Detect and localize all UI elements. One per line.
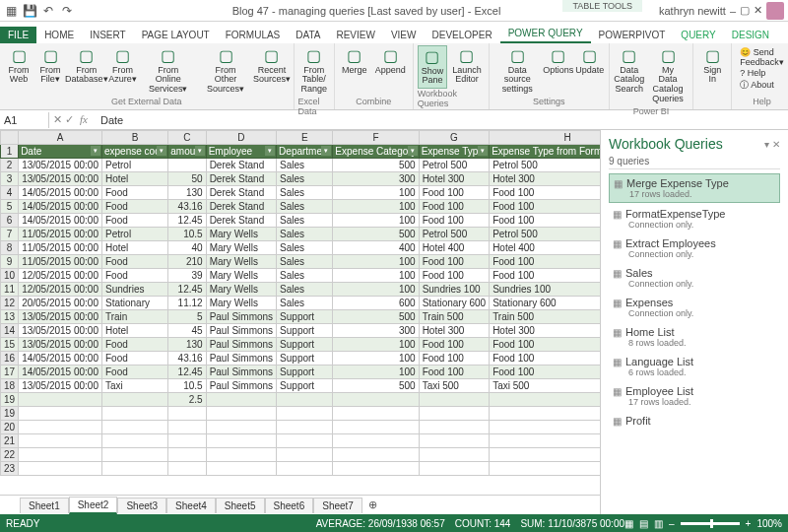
tab-insert[interactable]: INSERT [82,27,134,43]
cell[interactable] [419,393,490,407]
cell[interactable]: 500 [333,379,419,393]
row-header[interactable]: 13 [1,310,19,324]
table-header[interactable]: Employee▾ [206,145,276,159]
cell[interactable]: Support [277,352,333,366]
cell[interactable]: 12/05/2015 00:00 [19,269,102,283]
cell[interactable]: Food 100 [419,186,490,200]
row-header[interactable]: 14 [1,324,19,338]
cell[interactable]: Hotel [101,172,167,186]
cell[interactable]: Paul Simmons [206,379,276,393]
cell[interactable] [168,448,206,462]
cell[interactable] [490,448,600,462]
cell[interactable] [168,407,206,421]
ribbon-button[interactable]: ▢FromOther Sources▾ [199,45,253,97]
ribbon-button[interactable]: ▢RecentSources▾ [254,45,289,97]
cell[interactable]: Food [101,338,167,352]
cell[interactable]: 50 [168,172,206,186]
cell[interactable]: 13/05/2015 00:00 [19,379,102,393]
cell[interactable] [168,421,206,434]
cell[interactable]: 13/05/2015 00:00 [19,159,102,172]
cell[interactable]: Food 100 [490,352,600,366]
cell[interactable]: Taxi 500 [490,379,600,393]
row-header[interactable]: 22 [1,448,19,462]
cell[interactable] [490,434,600,448]
cell[interactable]: 11/05/2015 00:00 [19,255,102,269]
cell[interactable]: Petrol 500 [490,228,600,241]
cell[interactable]: 13/05/2015 00:00 [19,172,102,186]
cell[interactable]: 13/05/2015 00:00 [19,338,102,352]
cell[interactable]: Derek Stand [206,214,276,228]
cell[interactable] [490,462,600,476]
max-icon[interactable]: ▢ [740,4,750,17]
cell[interactable]: 300 [333,324,419,338]
cell[interactable] [490,407,600,421]
cell[interactable] [19,421,102,434]
cell[interactable]: 100 [333,269,419,283]
row-header[interactable]: 18 [1,379,19,393]
cell[interactable]: 100 [333,283,419,297]
col-header[interactable]: F [333,131,419,145]
spreadsheet-grid[interactable]: ABCDEFGH1Date▾expense code▾amount▾Employ… [0,130,600,495]
cell[interactable]: Paul Simmons [206,338,276,352]
cell[interactable]: Sales [277,214,333,228]
sheet-tab[interactable]: Sheet4 [166,498,216,513]
row-header[interactable]: 21 [1,434,19,448]
ribbon-button[interactable]: ▢MyData Catalog Queries [647,45,689,106]
cell[interactable] [206,407,276,421]
cell[interactable] [206,448,276,462]
cell[interactable]: 2.5 [168,393,206,407]
cell[interactable]: 5 [168,310,206,324]
query-item[interactable]: ▦Employee List17 rows loaded. [609,382,780,410]
cell[interactable] [206,421,276,434]
cell[interactable]: Hotel 300 [419,172,490,186]
tab-formulas[interactable]: FORMULAS [218,27,289,43]
row-header[interactable]: 23 [1,462,19,476]
zoom-level[interactable]: 100% [756,518,782,529]
filter-icon[interactable]: ▾ [91,146,100,156]
cell[interactable] [19,434,102,448]
row-header[interactable]: 19 [1,407,19,421]
cell[interactable]: Food 100 [419,338,490,352]
cell[interactable] [419,421,490,434]
cell[interactable] [419,407,490,421]
cell[interactable] [419,462,490,476]
cell[interactable]: 12.45 [168,366,206,379]
cell[interactable]: Hotel 300 [419,324,490,338]
cell[interactable] [419,448,490,462]
cell[interactable] [206,434,276,448]
cell[interactable] [19,448,102,462]
cell[interactable]: Hotel 300 [490,172,600,186]
query-item[interactable]: ▦Merge Expense Type17 rows loaded. [609,173,780,203]
cell[interactable]: Petrol 500 [419,228,490,241]
fx-icon[interactable]: fx [77,113,91,126]
avatar[interactable] [766,2,784,20]
cell[interactable] [333,421,419,434]
filter-icon[interactable]: ▾ [265,146,275,156]
cell[interactable]: Sales [277,269,333,283]
cell[interactable] [333,393,419,407]
cell[interactable]: Derek Stand [206,200,276,214]
cell[interactable] [101,421,167,434]
cell[interactable]: 12.45 [168,214,206,228]
table-header[interactable]: Date▾ [19,145,102,159]
query-item[interactable]: ▦FormatExpenseTypeConnection only. [609,205,780,233]
cell[interactable]: 500 [333,159,419,172]
cell[interactable]: Support [277,379,333,393]
cell[interactable]: Food [101,366,167,379]
table-header[interactable]: Expense Category▾ [333,145,419,159]
ribbon-button[interactable]: ▢FromAzure▾ [108,45,138,97]
cell[interactable]: Sundries 100 [490,283,600,297]
cell[interactable]: Stationary 600 [490,297,600,310]
tab-view[interactable]: VIEW [383,27,425,43]
query-item[interactable]: ▦Home List8 rows loaded. [609,323,780,351]
row-header[interactable]: 3 [1,172,19,186]
cell[interactable]: Food [101,200,167,214]
cell[interactable]: 100 [333,214,419,228]
filter-icon[interactable]: ▾ [408,146,418,156]
cell[interactable]: Food 100 [490,214,600,228]
close-pane-icon[interactable]: ▾ ✕ [764,139,780,150]
cell[interactable]: 100 [333,338,419,352]
col-header[interactable]: D [206,131,276,145]
cell[interactable]: Sales [277,241,333,255]
cell[interactable] [277,393,333,407]
